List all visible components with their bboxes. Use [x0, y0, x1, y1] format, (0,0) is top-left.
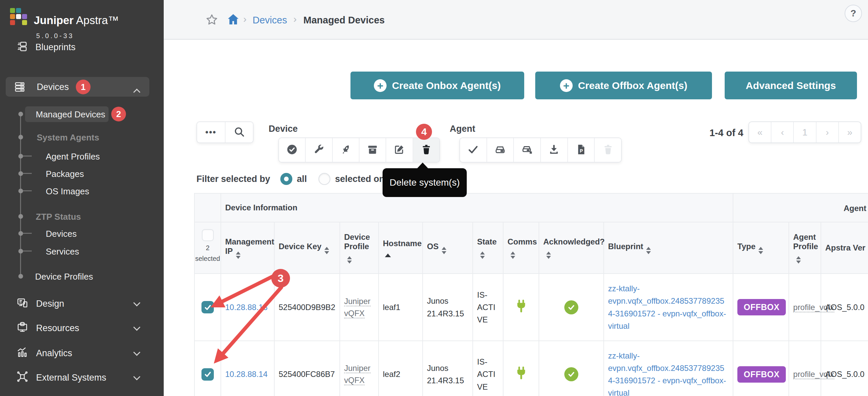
sidebar-item-services[interactable]: Services — [46, 247, 79, 257]
check-icon — [467, 144, 479, 157]
device-toolbar-label: Device — [269, 124, 298, 134]
agent-check-button[interactable] — [460, 138, 487, 162]
row-select-cell — [194, 341, 221, 396]
tree-dot — [19, 154, 23, 159]
cell-apstra-version: AOS_5.0.0 — [821, 341, 868, 396]
sort-icon — [236, 252, 241, 259]
device-profile-term[interactable]: Juniper vQFX — [344, 297, 371, 318]
cell-state: IS-ACTIVE — [473, 341, 503, 396]
col-header-state[interactable]: State — [473, 222, 503, 274]
blueprint-link[interactable]: zz-ktally-evpn.vqfx_offbox.2485377892354… — [608, 351, 726, 396]
cell-device-profile: Juniper vQFX — [340, 274, 378, 341]
sidebar-item-design[interactable]: Design — [36, 299, 64, 309]
advanced-settings-button[interactable]: Advanced Settings — [725, 72, 857, 99]
col-header-acknowledged[interactable]: Acknowledged? — [539, 222, 604, 274]
col-header-blueprint[interactable]: Blueprint — [604, 222, 733, 274]
cell-type: OFFBOX — [733, 341, 789, 396]
edit-button[interactable] — [386, 138, 413, 162]
upgrade-os-button[interactable] — [333, 138, 360, 162]
cell-type: OFFBOX — [733, 274, 789, 341]
offbox-badge: OFFBOX — [737, 299, 786, 315]
filter-selected-only-radio[interactable] — [318, 173, 331, 185]
select-all-checkbox[interactable] — [202, 229, 214, 241]
cell-acknowledged — [539, 274, 604, 341]
sidebar-item-agent-profiles[interactable]: Agent Profiles — [46, 151, 100, 162]
sidebar-item-packages[interactable]: Packages — [46, 169, 84, 179]
sidebar-item-blueprints[interactable]: Blueprints — [35, 42, 75, 53]
sidebar-item-device-profiles[interactable]: Device Profiles — [35, 272, 93, 282]
set-admin-mode-button[interactable] — [306, 138, 333, 162]
sidebar-item-managed-devices-label[interactable]: Managed Devices — [36, 109, 105, 120]
col-header-agent-profile[interactable]: Agent Profile — [789, 222, 821, 274]
help-button[interactable]: ? — [845, 5, 862, 22]
acknowledged-check-icon — [564, 300, 578, 314]
row-checkbox-checked[interactable] — [202, 301, 214, 313]
tree-connector — [23, 155, 32, 157]
select-all-header: 2 selected — [194, 222, 221, 274]
resources-icon — [17, 321, 28, 333]
filter-all-radio[interactable] — [280, 173, 292, 185]
sidebar-item-analytics[interactable]: Analytics — [36, 348, 72, 359]
management-ip-link[interactable]: 10.28.88.13 — [225, 303, 268, 312]
chevron-down-icon[interactable] — [133, 373, 140, 380]
breadcrumb-devices[interactable]: Devices — [253, 15, 287, 26]
external-systems-icon — [17, 371, 28, 382]
query-toolbar: ••• — [196, 121, 254, 143]
advanced-settings-label: Advanced Settings — [746, 80, 836, 91]
col-header-comms[interactable]: Comms — [503, 222, 539, 274]
pagination-page-1[interactable]: 1 — [794, 122, 816, 142]
collect-logs-button[interactable] — [541, 138, 568, 162]
pagination-prev-button[interactable]: ‹ — [771, 122, 794, 142]
col-header-type[interactable]: Type — [733, 222, 789, 274]
delete-systems-button[interactable] — [413, 138, 439, 162]
favorite-star-icon[interactable] — [206, 13, 218, 27]
edit-pencil-icon — [394, 144, 405, 157]
create-onbox-agents-button[interactable]: + Create Onbox Agent(s) — [350, 72, 524, 99]
uninstall-agent-button[interactable] — [514, 138, 541, 162]
col-header-hostname[interactable]: Hostname — [378, 222, 423, 274]
filter-all-label[interactable]: all — [297, 174, 307, 184]
col-header-device-profile[interactable]: Device Profile — [340, 222, 378, 274]
chevron-down-icon[interactable] — [133, 324, 140, 331]
sidebar-item-resources[interactable]: Resources — [36, 323, 79, 334]
acknowledge-button[interactable] — [279, 138, 306, 162]
tree-connector — [23, 233, 32, 234]
col-header-management-ip[interactable]: Management IP — [221, 222, 274, 274]
cell-os: Junos 21.4R3.15 — [423, 274, 473, 341]
col-header-os[interactable]: OS — [423, 222, 473, 274]
download-icon — [548, 144, 560, 157]
chevron-down-icon[interactable] — [133, 349, 140, 356]
search-button[interactable] — [225, 122, 253, 142]
sidebar-item-external-systems[interactable]: External Systems — [36, 373, 106, 383]
cell-agent-profile: profile_vqfx — [789, 274, 821, 341]
pagination-last-button[interactable]: » — [839, 122, 861, 142]
sidebar-item-os-images[interactable]: OS Images — [46, 186, 89, 197]
pagination-next-button[interactable]: › — [816, 122, 839, 142]
chevron-down-icon[interactable] — [133, 299, 140, 306]
pagination-first-button[interactable]: « — [749, 122, 771, 142]
brand-primary: Juniper — [34, 14, 73, 26]
more-options-button[interactable]: ••• — [197, 122, 225, 142]
management-ip-link[interactable]: 10.28.88.14 — [225, 370, 268, 378]
app-version: 5.0.0-33 — [10, 32, 100, 40]
tree-dot — [19, 249, 23, 254]
install-agent-button[interactable] — [487, 138, 514, 162]
device-profile-term[interactable]: Juniper vQFX — [344, 364, 371, 385]
pristine-config-button[interactable]: P — [568, 138, 595, 162]
create-offbox-agents-button[interactable]: + Create Offbox Agent(s) — [535, 72, 712, 99]
sidebar-item-ztp-devices[interactable]: Devices — [46, 229, 76, 239]
group-header-spacer — [194, 193, 221, 222]
sidebar-item-devices-label[interactable]: Devices — [37, 82, 69, 92]
blueprint-link[interactable]: zz-ktally-evpn.vqfx_offbox.2485377892354… — [608, 284, 726, 331]
col-header-apstra-version[interactable]: Apstra Ver — [821, 222, 868, 274]
create-offbox-label: Create Offbox Agent(s) — [578, 80, 687, 91]
search-icon — [234, 126, 245, 139]
home-icon[interactable] — [226, 13, 240, 27]
sort-asc-icon — [385, 254, 391, 257]
filter-row: Filter selected by all selected only — [196, 171, 392, 187]
row-checkbox-checked[interactable] — [202, 368, 214, 380]
col-header-device-key[interactable]: Device Key — [274, 222, 340, 274]
archive-button[interactable] — [360, 138, 386, 162]
topbar: › Devices › Managed Devices ? — [164, 0, 868, 40]
devices-icon — [14, 81, 25, 93]
